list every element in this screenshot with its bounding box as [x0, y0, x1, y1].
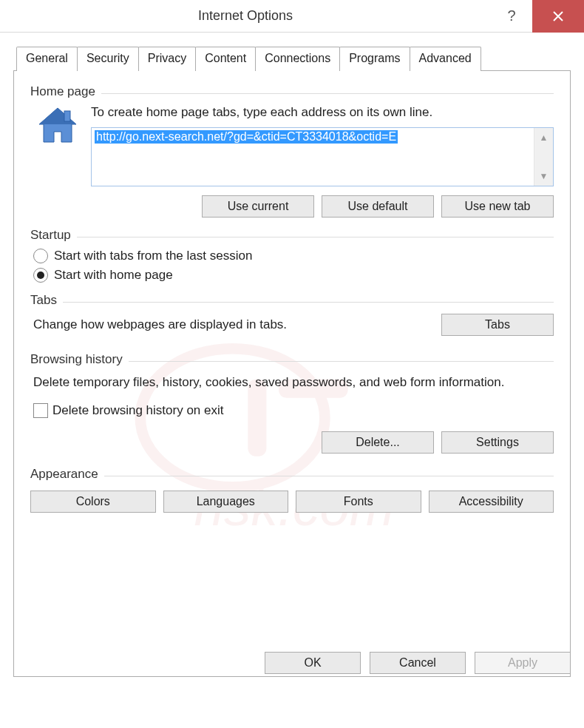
window-title: Internet Options	[0, 8, 491, 24]
delete-on-exit-checkbox[interactable]: Delete browsing history on exit	[33, 403, 554, 418]
group-label-homepage: Home page	[30, 84, 101, 99]
scroll-down-icon[interactable]: ▼	[534, 166, 553, 186]
tab-strip: General Security Privacy Content Connect…	[13, 46, 571, 70]
group-tabs: Tabs Change how webpages are displayed i…	[30, 293, 554, 336]
tab-advanced[interactable]: Advanced	[410, 47, 481, 71]
cancel-button[interactable]: Cancel	[370, 652, 466, 674]
browsing-history-description: Delete temporary files, history, cookies…	[33, 374, 554, 391]
ok-button[interactable]: OK	[265, 652, 361, 674]
radio-label-home-page: Start with home page	[54, 268, 173, 283]
svg-rect-6	[64, 111, 70, 121]
help-button[interactable]: ?	[491, 0, 532, 33]
close-icon	[552, 10, 564, 22]
homepage-url-value: http://go.next-search.net/?gd=&ctid=CT33…	[95, 130, 398, 144]
tabs-description: Change how webpages are displayed in tab…	[30, 317, 427, 332]
group-label-tabs: Tabs	[30, 293, 63, 308]
scrollbar-vertical[interactable]: ▲ ▼	[534, 128, 553, 186]
colors-button[interactable]: Colors	[30, 491, 156, 513]
tabs-button[interactable]: Tabs	[441, 314, 554, 336]
group-label-startup: Startup	[30, 228, 77, 243]
radio-label-last-session: Start with tabs from the last session	[54, 249, 252, 263]
radio-last-session[interactable]: Start with tabs from the last session	[33, 249, 554, 263]
titlebar: Internet Options ?	[0, 0, 584, 33]
dialog-footer: OK Cancel Apply	[0, 640, 584, 687]
radio-icon	[33, 268, 48, 283]
group-label-browsing-history: Browsing history	[30, 352, 129, 367]
history-settings-button[interactable]: Settings	[441, 431, 554, 454]
group-browsing-history: Browsing history Delete temporary files,…	[30, 352, 554, 454]
delete-button[interactable]: Delete...	[322, 431, 434, 454]
group-startup: Startup Start with tabs from the last se…	[30, 228, 554, 283]
radio-home-page[interactable]: Start with home page	[33, 268, 554, 283]
group-homepage: Home page To create home page tabs, type…	[30, 84, 554, 218]
use-new-tab-button[interactable]: Use new tab	[441, 195, 554, 218]
radio-icon	[33, 249, 48, 263]
fonts-button[interactable]: Fonts	[296, 491, 421, 513]
group-appearance: Appearance Colors Languages Fonts Access…	[30, 467, 554, 513]
tab-connections[interactable]: Connections	[255, 47, 340, 71]
use-current-button[interactable]: Use current	[202, 195, 314, 218]
tab-privacy[interactable]: Privacy	[138, 47, 196, 71]
close-button[interactable]	[532, 0, 584, 33]
checkbox-icon	[33, 403, 48, 418]
tab-panel-general: risk.com Home page To create home page t…	[13, 70, 571, 677]
tab-programs[interactable]: Programs	[339, 47, 410, 71]
home-icon	[36, 105, 79, 148]
delete-on-exit-label: Delete browsing history on exit	[52, 403, 224, 418]
use-default-button[interactable]: Use default	[322, 195, 434, 218]
scroll-up-icon[interactable]: ▲	[534, 128, 553, 147]
accessibility-button[interactable]: Accessibility	[429, 491, 554, 513]
tab-content[interactable]: Content	[195, 47, 256, 71]
homepage-url-field[interactable]: http://go.next-search.net/?gd=&ctid=CT33…	[91, 127, 554, 186]
tab-general[interactable]: General	[16, 47, 78, 71]
languages-button[interactable]: Languages	[163, 491, 289, 513]
tab-security[interactable]: Security	[77, 47, 139, 71]
homepage-instruction: To create home page tabs, type each addr…	[91, 105, 554, 120]
apply-button[interactable]: Apply	[475, 652, 571, 674]
group-label-appearance: Appearance	[30, 467, 104, 482]
